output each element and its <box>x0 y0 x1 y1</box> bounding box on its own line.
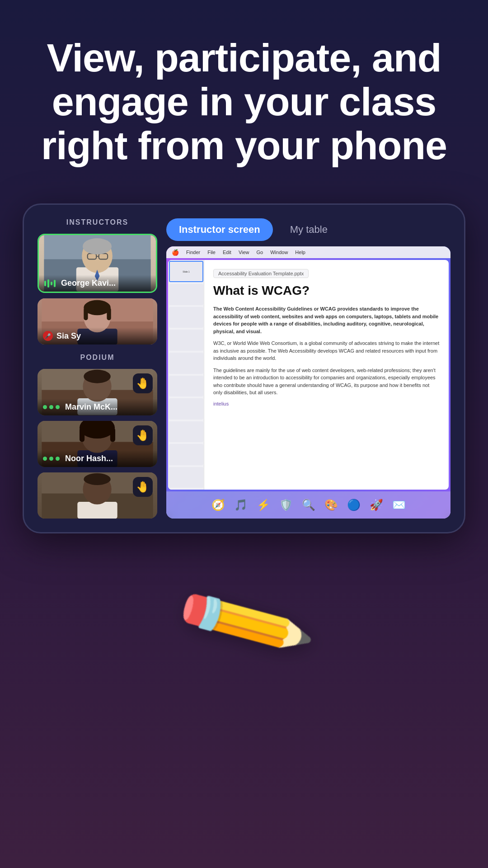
dock-icon-finder[interactable]: 🧭 <box>208 495 228 515</box>
right-panel: Instructor screen My table 🍎 Finder File… <box>166 218 450 519</box>
slide-thumb-4[interactable] <box>169 330 203 351</box>
bottom-section: ✏️ <box>0 533 488 712</box>
view-menu[interactable]: View <box>239 250 249 255</box>
tab-instructor-screen[interactable]: Instructor screen <box>166 218 273 241</box>
dock-icon-music[interactable]: 🎵 <box>231 495 251 515</box>
left-panel: INSTRUCTORS <box>38 218 157 519</box>
svg-rect-30 <box>80 428 84 442</box>
mac-menubar: 🍎 Finder File Edit View Go Window Help <box>166 246 450 258</box>
podium-label: PODIUM <box>38 354 157 362</box>
page-title: View, participate, and engage in your cl… <box>27 36 461 167</box>
george-name: George Kavi... <box>61 278 116 288</box>
george-audio-bars <box>44 279 56 288</box>
noor-raise-hand-icon: 🤚 <box>133 425 153 445</box>
window-menu[interactable]: Window <box>270 250 288 255</box>
screen-share-container: 🍎 Finder File Edit View Go Window Help <box>166 246 450 519</box>
svg-point-8 <box>83 239 112 255</box>
slide-thumb-10[interactable] <box>169 467 203 488</box>
apple-menu-icon[interactable]: 🍎 <box>172 249 179 256</box>
sia-mic-muted-icon <box>43 331 53 341</box>
slide-body-bold-1: The Web Content Accessibility Guidelines… <box>213 306 438 334</box>
dock-icon-mail[interactable]: ✉️ <box>389 495 409 515</box>
dock-icon-search[interactable]: 🔍 <box>299 495 319 515</box>
dock-icon-rocket[interactable]: 🚀 <box>366 495 386 515</box>
edit-menu[interactable]: Edit <box>223 250 231 255</box>
svg-rect-34 <box>77 502 117 519</box>
sia-name: Sia Sy <box>56 331 81 341</box>
slide-thumb-7[interactable] <box>169 398 203 420</box>
slide-title: What is WCAG? <box>213 283 440 298</box>
svg-rect-16 <box>84 308 88 321</box>
slide-thumb-6[interactable] <box>169 376 203 397</box>
instructor-card-george[interactable]: George Kavi... <box>38 234 157 293</box>
slide-thumb-5[interactable] <box>169 353 203 374</box>
slide-body-para-3: The guidelines are mainly for the use of… <box>213 367 440 396</box>
pencil-icon: ✏️ <box>169 549 319 698</box>
noor-name: Noor Hash... <box>65 454 113 463</box>
device-frame: INSTRUCTORS <box>23 203 465 533</box>
finder-menu[interactable]: Finder <box>186 250 200 255</box>
slide-thumb-1[interactable]: Slide 1 <box>169 261 203 282</box>
tab-my-table[interactable]: My table <box>277 218 340 241</box>
marvin-name: Marvin McK... <box>65 402 117 412</box>
file-menu[interactable]: File <box>207 250 216 255</box>
device-container: INSTRUCTORS <box>0 203 488 533</box>
dock-icon-bolt[interactable]: ⚡ <box>253 495 273 515</box>
slide-thumb-9[interactable] <box>169 444 203 465</box>
slide-thumb-8[interactable] <box>169 421 203 443</box>
podium-card-noor[interactable]: 🤚 Noor Hash... <box>38 421 157 467</box>
slide-thumb-2[interactable] <box>169 284 203 305</box>
svg-point-37 <box>84 473 111 485</box>
dock-icon-palette[interactable]: 🎨 <box>321 495 341 515</box>
svg-rect-17 <box>107 308 111 321</box>
svg-rect-31 <box>110 428 115 442</box>
marvin-dots <box>43 405 60 409</box>
marvin-card-overlay: Marvin McK... <box>38 399 157 415</box>
presentation-main: Accessability Evaluation Template.pptx W… <box>204 260 449 490</box>
instructors-label: INSTRUCTORS <box>38 218 157 226</box>
instructor-card-sia[interactable]: Sia Sy <box>38 298 157 344</box>
slide-body-para-2: W3C, or World Wide Web Consortium, is a … <box>213 340 440 362</box>
marvin-raise-hand-icon: 🤚 <box>133 373 153 393</box>
slide-body: The Web Content Accessibility Guidelines… <box>213 305 440 396</box>
header-section: View, participate, and engage in your cl… <box>0 0 488 194</box>
noor-dots <box>43 457 60 461</box>
george-card-overlay: George Kavi... <box>39 275 156 292</box>
tab-bar: Instructor screen My table <box>166 218 450 241</box>
dock-icon-shield[interactable]: 🛡️ <box>276 495 296 515</box>
file-name-bar: Accessability Evaluation Template.pptx <box>213 269 309 278</box>
go-menu[interactable]: Go <box>257 250 263 255</box>
podium-card-marvin[interactable]: 🤚 Marvin McK... <box>38 369 157 415</box>
slide-thumb-3[interactable] <box>169 307 203 328</box>
branding-label: intelius <box>213 401 440 406</box>
presentation-sidebar: Slide 1 <box>168 260 204 490</box>
sia-card-overlay: Sia Sy <box>38 327 157 344</box>
help-menu[interactable]: Help <box>295 250 305 255</box>
podium-card-person5[interactable]: 🤚 <box>38 472 157 519</box>
noor-card-overlay: Noor Hash... <box>38 450 157 467</box>
dock-icon-blue[interactable]: 🔵 <box>344 495 364 515</box>
svg-point-23 <box>84 370 111 383</box>
mac-dock: 🧭 🎵 ⚡ 🛡️ 🔍 🎨 🔵 🚀 ✉️ <box>166 491 450 519</box>
mac-desktop: 🍎 Finder File Edit View Go Window Help <box>166 246 450 519</box>
mac-content: Slide 1 <box>168 260 449 490</box>
person5-raise-hand-icon: 🤚 <box>133 477 153 497</box>
